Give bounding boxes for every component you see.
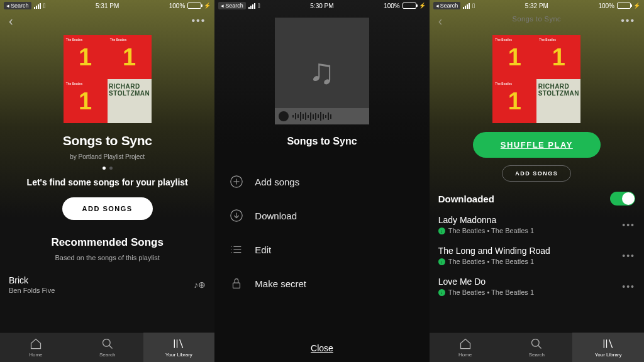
- add-track-icon[interactable]: ♪⊕: [194, 280, 206, 290]
- charging-icon: ⚡: [419, 3, 426, 9]
- tab-bar: Home Search Your Library: [0, 332, 214, 362]
- status-back-search[interactable]: ◂ Search: [4, 2, 31, 9]
- status-bar: ◂ Search 􀙇 5:31 PM 100% ⚡: [0, 0, 214, 11]
- wifi-icon: 􀙇: [43, 2, 46, 9]
- track-row[interactable]: Love Me Do ↓The Beatles • The Beatles 1 …: [430, 271, 644, 302]
- playlist-artwork: The Beatles1 The Beatles1 The Beatles1 R…: [64, 35, 152, 123]
- library-icon: [602, 337, 614, 350]
- music-note-icon: ♫: [309, 51, 335, 92]
- battery-percent: 100%: [384, 3, 400, 9]
- status-back-search[interactable]: ◂ Search: [218, 2, 246, 9]
- status-back-search[interactable]: ◂ Search: [433, 2, 461, 9]
- menu-edit[interactable]: Edit: [214, 233, 429, 266]
- signal-icon: [248, 3, 255, 9]
- menu-artwork: ♫: [275, 18, 369, 124]
- svg-line-4: [180, 339, 183, 348]
- status-time: 5:32 PM: [525, 3, 548, 9]
- song-title: Brick: [9, 275, 55, 285]
- song-artist: Ben Folds Five: [9, 287, 55, 294]
- track-more-button[interactable]: •••: [622, 282, 635, 292]
- track-artist: The Beatles • The Beatles 1: [448, 227, 534, 234]
- menu-playlist-title: Songs to Sync: [287, 136, 357, 147]
- playlist-artwork: The Beatles1 The Beatles1 The Beatles1 R…: [492, 35, 580, 123]
- search-icon: [101, 337, 114, 350]
- battery-percent: 100%: [169, 3, 186, 9]
- plus-circle-icon: [228, 173, 245, 190]
- tab-search[interactable]: Search: [501, 332, 572, 362]
- charging-icon: ⚡: [633, 3, 640, 9]
- downloaded-badge-icon: ↓: [438, 228, 445, 234]
- lock-icon: [228, 275, 245, 292]
- search-icon: [530, 337, 543, 350]
- downloaded-label: Downloaded: [438, 194, 494, 204]
- menu-add-songs[interactable]: Add songs: [214, 165, 429, 199]
- spotify-logo-icon: [279, 111, 289, 121]
- tab-bar: Home Search Your Library: [430, 332, 644, 362]
- screen-playlist-empty: ◂ Search 􀙇 5:31 PM 100% ⚡ ‹ ••• The Beat…: [0, 0, 214, 362]
- svg-point-0: [103, 339, 110, 346]
- home-icon: [459, 337, 472, 350]
- track-title: Love Me Do: [438, 277, 534, 287]
- tab-library[interactable]: Your Library: [572, 332, 644, 362]
- recommended-title: Recommended Songs: [51, 236, 164, 249]
- track-more-button[interactable]: •••: [622, 220, 635, 230]
- screen-context-menu: ◂ Search 􀙇 5:30 PM 100% ⚡ ♫ Songs to Syn…: [214, 0, 429, 362]
- screen-playlist-full: ◂ Search 􀙇 5:32 PM 100% ⚡ ‹ ••• Songs to…: [430, 0, 644, 362]
- recommended-song[interactable]: Brick Ben Folds Five ♪⊕: [0, 275, 214, 294]
- tab-home[interactable]: Home: [0, 332, 72, 362]
- track-more-button[interactable]: •••: [622, 251, 635, 261]
- svg-point-17: [532, 339, 540, 346]
- svg-line-1: [109, 345, 112, 348]
- menu-download[interactable]: Download: [214, 199, 429, 233]
- edit-list-icon: [228, 241, 245, 258]
- charging-icon: ⚡: [204, 3, 211, 9]
- library-icon: [172, 337, 185, 350]
- signal-icon: [34, 3, 41, 9]
- wifi-icon: 􀙇: [258, 2, 260, 9]
- track-title: The Long and Winding Road: [438, 246, 550, 256]
- close-button[interactable]: Close: [214, 334, 429, 362]
- tab-search[interactable]: Search: [72, 332, 143, 362]
- add-songs-button[interactable]: ADD SONGS: [62, 197, 153, 220]
- signal-icon: [463, 3, 470, 9]
- svg-rect-16: [233, 283, 240, 288]
- status-time: 5:31 PM: [96, 3, 119, 9]
- track-row[interactable]: The Long and Winding Road ↓The Beatles •…: [430, 240, 644, 271]
- downloaded-badge-icon: ↓: [438, 289, 445, 296]
- header-title: Songs to Sync: [430, 15, 644, 23]
- battery-percent: 100%: [598, 3, 614, 9]
- battery-icon: [402, 3, 416, 9]
- track-title: Lady Madonna: [438, 215, 534, 225]
- status-bar: ◂ Search 􀙇 5:30 PM 100% ⚡: [214, 0, 429, 11]
- spotify-code[interactable]: [275, 108, 369, 124]
- playlist-title: Songs to Sync: [63, 133, 152, 148]
- page-indicator: [103, 167, 113, 170]
- recommended-subtitle: Based on the songs of this playlist: [55, 254, 160, 261]
- track-artist: The Beatles • The Beatles 1: [448, 258, 534, 265]
- tab-home[interactable]: Home: [430, 332, 501, 362]
- battery-icon: [617, 3, 631, 9]
- find-songs-text: Let's find some songs for your playlist: [27, 177, 188, 187]
- track-row[interactable]: Lady Madonna ↓The Beatles • The Beatles …: [430, 209, 644, 240]
- status-time: 5:30 PM: [310, 3, 333, 9]
- battery-icon: [187, 3, 201, 9]
- menu-make-secret[interactable]: Make secret: [214, 266, 429, 300]
- download-toggle[interactable]: [610, 192, 635, 206]
- wifi-icon: 􀙇: [472, 2, 475, 9]
- track-artist: The Beatles • The Beatles 1: [448, 288, 534, 296]
- home-icon: [30, 337, 42, 350]
- add-songs-button[interactable]: ADD SONGS: [502, 165, 571, 182]
- status-bar: ◂ Search 􀙇 5:32 PM 100% ⚡: [430, 0, 644, 11]
- more-button[interactable]: •••: [192, 15, 206, 26]
- shuffle-play-button[interactable]: SHUFFLE PLAY: [473, 132, 601, 158]
- svg-line-18: [538, 345, 541, 348]
- back-button[interactable]: ‹: [9, 14, 13, 28]
- playlist-author: by Portland Playlist Project: [70, 153, 145, 160]
- download-icon: [228, 207, 245, 224]
- tab-library[interactable]: Your Library: [143, 332, 215, 362]
- svg-line-21: [609, 339, 613, 348]
- downloaded-badge-icon: ↓: [438, 258, 445, 265]
